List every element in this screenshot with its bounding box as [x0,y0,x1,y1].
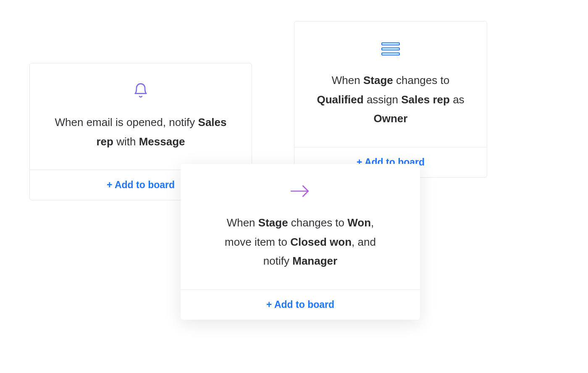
list-icon [381,38,400,59]
bell-icon [132,80,149,101]
arrow-right-icon [290,181,311,202]
card-body: When Stage changes to Won, move item to … [181,164,420,289]
card-footer: + Add to board [181,289,420,320]
automation-description: When email is opened, notify Sales rep w… [52,113,229,151]
add-to-board-button[interactable]: + Add to board [266,299,334,310]
automation-card-stage-won: When Stage changes to Won, move item to … [181,164,420,320]
card-body: When email is opened, notify Sales rep w… [30,63,252,170]
automation-description: When Stage changes to Won, move item to … [212,213,388,271]
automation-description: When Stage changes to Qualified assign S… [311,71,470,129]
card-body: When Stage changes to Qualified assign S… [294,21,487,147]
automation-card-stage-qualified: When Stage changes to Qualified assign S… [294,21,487,178]
add-to-board-button[interactable]: + Add to board [107,179,175,191]
